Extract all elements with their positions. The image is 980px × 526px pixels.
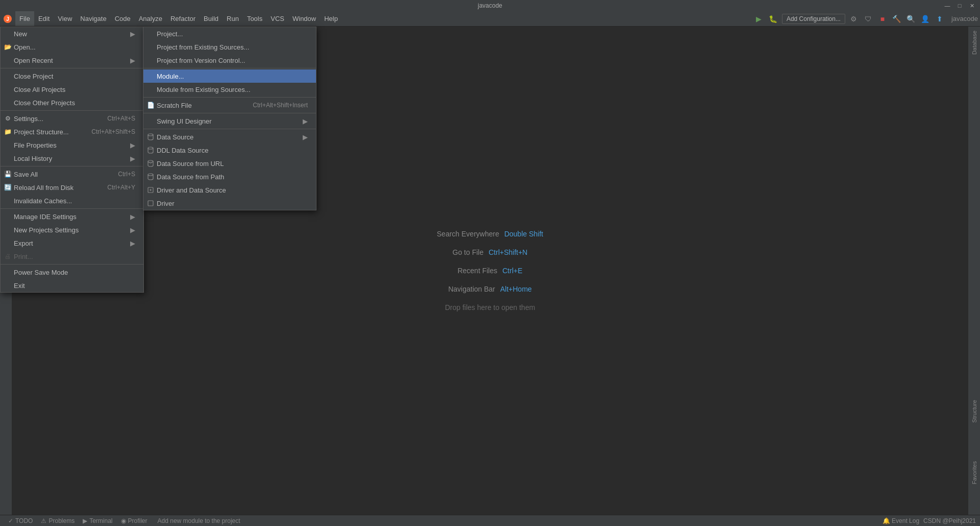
hint-recent-key: Ctrl+E	[502, 267, 522, 275]
menu-view[interactable]: View	[54, 11, 76, 26]
svg-text:J: J	[6, 16, 9, 22]
svg-point-2	[148, 134, 153, 136]
tab-problems[interactable]: ⚠ Problems	[37, 515, 79, 526]
menu-file-properties[interactable]: File Properties ▶	[1, 138, 143, 152]
menu-save-all[interactable]: 💾 Save All Ctrl+S	[1, 168, 143, 181]
menu-settings[interactable]: ⚙ Settings... Ctrl+Alt+S	[1, 112, 143, 125]
menu-help[interactable]: Help	[320, 11, 342, 26]
run-icon[interactable]: ▶	[753, 13, 765, 25]
menu-project-structure[interactable]: 📁 Project Structure... Ctrl+Alt+Shift+S	[1, 125, 143, 138]
todo-label: TODO	[15, 517, 33, 524]
app-logo: J	[2, 13, 13, 25]
menu-edit[interactable]: Edit	[34, 11, 54, 26]
hint-goto-label: Go to File	[453, 248, 484, 256]
close-button[interactable]: ✕	[968, 2, 976, 10]
csdn-label: CSDN @Peihj2021	[923, 517, 976, 524]
title-bar: javacode — □ ✕	[0, 0, 980, 11]
titlebar-controls: — □ ✕	[943, 2, 976, 10]
menu-new-projects-settings[interactable]: New Projects Settings ▶	[1, 223, 143, 236]
submenu-ddl-data-source[interactable]: DDL Data Source	[143, 144, 316, 157]
hint-navbar-key: Alt+Home	[500, 285, 532, 293]
scratch-icon: 📄	[146, 101, 155, 109]
submenu-datasource-url[interactable]: U Data Source from URL	[143, 157, 316, 170]
minimize-button[interactable]: —	[943, 2, 951, 10]
menu-run[interactable]: Run	[223, 11, 243, 26]
menu-power-save[interactable]: Power Save Mode	[1, 266, 143, 279]
datasource-icon	[146, 133, 155, 141]
vertical-database-label[interactable]: Database	[971, 31, 977, 55]
vertical-favorites-label[interactable]: Favorites	[971, 461, 977, 484]
hint-goto: Go to File Ctrl+Shift+N	[453, 248, 528, 256]
separator-1	[1, 68, 143, 68]
separator-3	[1, 166, 143, 166]
titlebar-title: javacode	[478, 2, 502, 9]
event-log-label[interactable]: 🔔 Event Log	[883, 517, 919, 524]
problems-label: Problems	[48, 517, 75, 524]
update-icon[interactable]: ⬆	[934, 13, 945, 25]
submenu-project[interactable]: Project...	[143, 27, 316, 40]
submenu-project-existing[interactable]: Project from Existing Sources...	[143, 40, 316, 54]
menu-exit[interactable]: Exit	[1, 279, 143, 292]
submenu-module-existing[interactable]: Module from Existing Sources...	[143, 83, 316, 96]
submenu-driver[interactable]: Driver	[143, 197, 316, 210]
svg-point-6	[148, 174, 153, 176]
submenu-driver-datasource[interactable]: Driver and Data Source	[143, 183, 316, 197]
menu-analyze[interactable]: Analyze	[135, 11, 166, 26]
structure-icon: 📁	[4, 128, 12, 136]
menu-export[interactable]: Export ▶	[1, 236, 143, 250]
user-icon[interactable]: 👤	[920, 13, 931, 25]
right-panel: Database Structure Favorites	[968, 27, 980, 515]
profiler-icon: ◉	[121, 517, 126, 524]
menu-navigate[interactable]: Navigate	[76, 11, 110, 26]
menu-open[interactable]: 📂 Open...	[1, 40, 143, 54]
reload-icon: 🔄	[4, 183, 12, 192]
menu-local-history[interactable]: Local History ▶	[1, 152, 143, 165]
ddl-icon	[146, 146, 155, 154]
menu-reload-all[interactable]: 🔄 Reload All from Disk Ctrl+Alt+Y	[1, 181, 143, 194]
hint-search: Search Everywhere Double Shift	[437, 230, 543, 238]
menu-new[interactable]: New ▶	[1, 27, 143, 40]
build-icon[interactable]: 🔨	[891, 13, 902, 25]
menu-code[interactable]: Code	[111, 11, 135, 26]
maximize-button[interactable]: □	[955, 2, 964, 10]
menu-close-other[interactable]: Close Other Projects	[1, 96, 143, 109]
submenu-swing-ui[interactable]: Swing UI Designer ▶	[143, 114, 316, 128]
menu-close-all[interactable]: Close All Projects	[1, 83, 143, 96]
menu-refactor[interactable]: Refactor	[166, 11, 200, 26]
submenu-module[interactable]: Module...	[143, 69, 316, 83]
new-sep-1	[143, 68, 316, 68]
stop-icon[interactable]: ■	[877, 13, 888, 25]
search-icon[interactable]: 🔍	[905, 13, 917, 25]
submenu-data-source[interactable]: Data Source ▶	[143, 130, 316, 144]
menu-print[interactable]: 🖨 Print...	[1, 250, 143, 263]
tab-terminal[interactable]: ▶ Terminal	[79, 515, 116, 526]
menu-open-recent[interactable]: Open Recent ▶	[1, 54, 143, 67]
bottom-message: Add new module to the project	[158, 517, 240, 524]
menu-build[interactable]: Build	[200, 11, 223, 26]
coverage-icon[interactable]: 🛡	[863, 13, 874, 25]
menu-window[interactable]: Window	[288, 11, 320, 26]
terminal-label: Terminal	[89, 517, 112, 524]
menu-tools[interactable]: Tools	[243, 11, 266, 26]
tab-todo[interactable]: ✓ TODO	[4, 515, 37, 526]
bottom-status: 🔔 Event Log CSDN @Peihj2021	[883, 517, 976, 524]
print-icon: 🖨	[4, 252, 12, 260]
submenu-project-vcs[interactable]: Project from Version Control...	[143, 54, 316, 67]
submenu-datasource-path[interactable]: Data Source from Path	[143, 170, 316, 183]
profile-icon[interactable]: ⚙	[848, 13, 860, 25]
open-folder-icon: 📂	[4, 43, 12, 51]
menu-close-project[interactable]: Close Project	[1, 69, 143, 83]
separator-5	[1, 264, 143, 265]
menu-vcs[interactable]: VCS	[266, 11, 288, 26]
submenu-scratch-file[interactable]: 📄 Scratch File Ctrl+Alt+Shift+Insert	[143, 99, 316, 112]
debug-icon[interactable]: 🐛	[768, 13, 779, 25]
new-sep-3	[143, 113, 316, 113]
terminal-icon: ▶	[83, 517, 87, 524]
tab-profiler[interactable]: ◉ Profiler	[117, 515, 152, 526]
menu-invalidate-caches[interactable]: Invalidate Caches...	[1, 194, 143, 207]
menu-manage-ide[interactable]: Manage IDE Settings ▶	[1, 210, 143, 223]
vertical-structure-label[interactable]: Structure	[971, 400, 977, 423]
hint-recent-label: Recent Files	[457, 267, 497, 275]
add-config-button[interactable]: Add Configuration...	[782, 14, 845, 24]
menu-file[interactable]: File	[15, 11, 34, 26]
